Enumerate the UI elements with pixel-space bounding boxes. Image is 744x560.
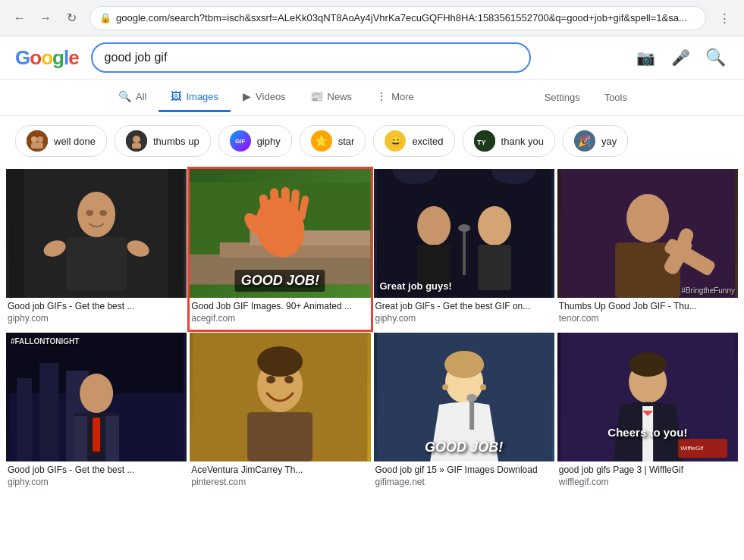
svg-point-60 [257, 346, 303, 377]
result-r2c1-overlay: #FALLONTONIGHT [11, 337, 79, 346]
chip-thank-you-label: thank you [501, 136, 544, 147]
chip-yay-thumb: 🎉 [574, 130, 595, 152]
result-r2c3[interactable]: GOOD JOB! Good job gif 15 » GIF Images D… [374, 333, 554, 493]
result-r2c1-desc: Good job GIFs - Get the best ... giphy.c… [6, 461, 187, 493]
result-r2c3-source: gifimage.net [375, 477, 553, 487]
tab-videos[interactable]: ▶ Videos [231, 83, 298, 112]
result-r2c4-title: good job gifs Page 3 | WiffleGif [559, 465, 736, 475]
tab-all[interactable]: 🔍 All [106, 83, 159, 112]
browser-chrome: ← → ↻ 🔒 google.com/search?tbm=isch&sxsrf… [0, 0, 744, 36]
chip-well-done[interactable]: well done [15, 125, 107, 157]
chip-excited[interactable]: 😄 excited [373, 125, 454, 157]
chip-yay[interactable]: 🎉 yay [563, 125, 628, 157]
chip-thumbs-up-label: thumbs up [153, 136, 199, 147]
videos-icon: ▶ [243, 90, 251, 102]
result-r2c3-title: Good job gif 15 » GIF Images Download [375, 465, 553, 475]
refresh-button[interactable]: ↻ [61, 8, 82, 29]
result-r1c2[interactable]: GOOD JOB! Good Job GIF Images. 90+ Anima… [190, 169, 370, 330]
svg-point-58 [266, 376, 275, 383]
result-r1c1-image [6, 169, 187, 298]
well-done-thumb-img [27, 130, 48, 152]
result-r2c4-desc: good job gifs Page 3 | WiffleGif wiffleg… [557, 461, 738, 493]
tab-images[interactable]: 🖼 Images [159, 83, 231, 112]
fallon-stage [374, 169, 554, 298]
forward-button[interactable]: → [35, 8, 56, 29]
result-r2c2-image [190, 333, 370, 461]
result-r1c3-source: giphy.com [375, 313, 553, 324]
svg-point-11 [77, 192, 115, 237]
voice-search-button[interactable]: 🎤 [667, 44, 694, 71]
result-r2c3-image: GOOD JOB! [374, 333, 554, 461]
url-text: google.com/search?tbm=isch&sxsrf=ALeKk03… [116, 12, 696, 23]
browser-nav-buttons: ← → ↻ [9, 8, 82, 29]
result-r1c2-title: Good Job GIF Images. 90+ Animated ... [191, 301, 369, 311]
search-input[interactable]: good job gif [91, 42, 531, 73]
address-bar[interactable]: 🔒 google.com/search?tbm=isch&sxsrf=ALeKk… [89, 6, 706, 30]
result-r1c1-title: Good job GIFs - Get the best ... [8, 301, 185, 311]
chip-thumbs-up[interactable]: thumbs up [115, 125, 211, 157]
google-search-button[interactable]: 🔍 [702, 44, 729, 71]
result-r2c2[interactable]: AceVentura JimCarrey Th... pinterest.com [190, 333, 370, 493]
result-r2c3-desc: Good job gif 15 » GIF Images Download gi… [374, 461, 554, 493]
result-r1c4[interactable]: #BringtheFunny Thumbs Up Good Job GIF - … [557, 169, 738, 330]
chip-star[interactable]: ⭐ star [300, 125, 366, 157]
settings-button[interactable]: Settings [534, 86, 591, 109]
chip-giphy-label: giphy [257, 136, 281, 147]
chip-star-label: star [338, 136, 355, 147]
svg-rect-6 [132, 143, 141, 149]
chip-yay-label: yay [601, 136, 617, 147]
browser-actions: ⋮ [714, 8, 735, 29]
search-icons: 📷 🎤 🔍 [632, 44, 729, 71]
result-r1c2-desc: Good Job GIF Images. 90+ Animated ... ac… [190, 298, 370, 330]
result-r1c1[interactable]: Good job GIFs - Get the best ... giphy.c… [6, 169, 187, 330]
svg-point-2 [37, 136, 43, 142]
camera-search-button[interactable]: 📷 [632, 44, 659, 71]
chip-excited-label: excited [412, 136, 443, 147]
svg-rect-46 [17, 378, 32, 461]
nav-right-actions: Settings Tools [534, 86, 638, 109]
svg-text:TY: TY [477, 139, 486, 146]
tab-all-label: All [136, 91, 146, 102]
tab-images-label: Images [186, 91, 218, 102]
result-r2c1[interactable]: #FALLONTONIGHT Good job GIFs - Get the b… [6, 333, 187, 493]
svg-point-15 [86, 210, 93, 216]
result-r1c3-image: Great job guys! [374, 169, 554, 298]
svg-rect-51 [74, 416, 87, 461]
tab-more[interactable]: ⋮ More [364, 83, 426, 112]
chip-star-thumb: ⭐ [311, 130, 332, 152]
result-r2c3-overlay: GOOD JOB! [425, 440, 503, 455]
nav-tabs: 🔍 All 🖼 Images ▶ Videos 📰 News ⋮ More Se… [0, 80, 744, 116]
svg-rect-34 [478, 245, 511, 290]
result-r1c3[interactable]: Great job guys! Great job GIFs - Get the… [374, 169, 554, 330]
result-r2c4[interactable]: WiffleGif Cheers to you! good job gifs P… [557, 333, 738, 493]
chip-well-done-label: well done [54, 136, 96, 147]
result-r1c2-source: acegif.com [191, 313, 369, 324]
svg-rect-64 [469, 399, 474, 430]
thank-you-thumb-img: TY [474, 130, 495, 152]
result-r1c4-desc: Thumbs Up Good Job GIF - Thu... tenor.co… [557, 298, 738, 330]
tools-button[interactable]: Tools [594, 86, 638, 109]
thumbs-up-thumb-img [126, 130, 147, 152]
chip-excited-thumb: 😄 [385, 130, 406, 152]
svg-point-67 [442, 384, 448, 390]
jim-carrey [190, 333, 370, 461]
browser-menu-button[interactable]: ⋮ [714, 8, 735, 29]
svg-point-33 [478, 206, 511, 246]
svg-point-65 [466, 394, 477, 402]
will-smith-clapping [6, 169, 187, 298]
svg-text:WiffleGif: WiffleGif [680, 445, 704, 452]
result-r2c1-image: #FALLONTONIGHT [6, 333, 187, 461]
chip-thumbs-up-thumb [126, 130, 147, 152]
svg-point-31 [417, 206, 450, 246]
result-r1c2-image: GOOD JOB! [190, 169, 370, 298]
svg-point-49 [80, 374, 113, 413]
chips-row: well done thumbs up GIF giphy ⭐ star 😄 e… [0, 116, 744, 166]
tab-news[interactable]: 📰 News [298, 83, 365, 112]
back-button[interactable]: ← [9, 8, 30, 29]
svg-point-68 [480, 384, 486, 390]
chip-well-done-thumb [27, 130, 48, 152]
result-r2c4-source: wifflegif.com [559, 477, 736, 487]
fallon-night [6, 333, 187, 461]
chip-thank-you[interactable]: TY thank you [463, 125, 555, 157]
chip-giphy[interactable]: GIF giphy [218, 125, 292, 157]
